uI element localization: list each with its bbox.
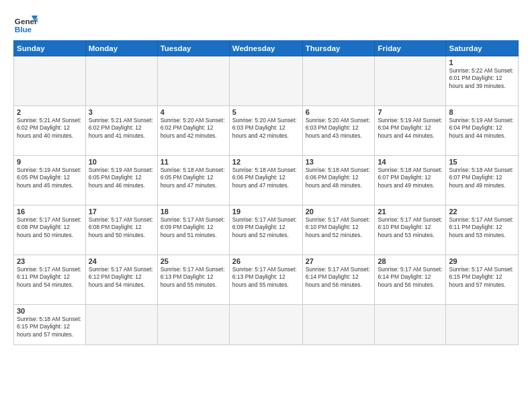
day-number: 26 <box>232 257 300 265</box>
day-number: 3 <box>89 108 154 116</box>
table-row: 6Sunrise: 5:20 AM Sunset: 6:03 PM Daylig… <box>302 106 375 156</box>
table-row: 27Sunrise: 5:17 AM Sunset: 6:14 PM Dayli… <box>302 255 375 305</box>
day-number: 6 <box>306 108 372 116</box>
table-row: 13Sunrise: 5:18 AM Sunset: 6:06 PM Dayli… <box>302 156 375 205</box>
table-row: 3Sunrise: 5:21 AM Sunset: 6:02 PM Daylig… <box>85 106 157 156</box>
day-info: Sunrise: 5:19 AM Sunset: 6:05 PM Dayligh… <box>17 167 83 189</box>
table-row: 17Sunrise: 5:17 AM Sunset: 6:08 PM Dayli… <box>85 205 157 255</box>
day-number: 14 <box>378 158 443 166</box>
table-row: 4Sunrise: 5:20 AM Sunset: 6:02 PM Daylig… <box>157 106 229 156</box>
table-row: 22Sunrise: 5:17 AM Sunset: 6:11 PM Dayli… <box>446 205 519 255</box>
table-row: 2Sunrise: 5:21 AM Sunset: 6:02 PM Daylig… <box>14 106 86 156</box>
day-info: Sunrise: 5:20 AM Sunset: 6:02 PM Dayligh… <box>161 117 226 140</box>
col-saturday: Saturday <box>446 41 519 56</box>
table-row: 16Sunrise: 5:17 AM Sunset: 6:08 PM Dayli… <box>14 205 86 255</box>
day-number: 23 <box>17 257 83 265</box>
day-info: Sunrise: 5:17 AM Sunset: 6:12 PM Dayligh… <box>89 266 154 289</box>
table-row <box>375 305 446 345</box>
table-row: 28Sunrise: 5:17 AM Sunset: 6:14 PM Dayli… <box>375 255 446 305</box>
day-number: 12 <box>232 158 300 166</box>
table-row <box>14 56 86 106</box>
day-number: 20 <box>306 208 372 216</box>
day-info: Sunrise: 5:17 AM Sunset: 6:14 PM Dayligh… <box>306 266 372 289</box>
col-tuesday: Tuesday <box>157 41 229 56</box>
day-info: Sunrise: 5:17 AM Sunset: 6:10 PM Dayligh… <box>306 216 372 239</box>
table-row: 21Sunrise: 5:17 AM Sunset: 6:10 PM Dayli… <box>375 205 446 255</box>
table-row <box>446 305 519 345</box>
day-info: Sunrise: 5:17 AM Sunset: 6:08 PM Dayligh… <box>17 216 83 239</box>
table-row <box>85 56 157 106</box>
day-number: 29 <box>449 257 515 265</box>
calendar-page: General Blue Sunday Monday Tuesday Wedne… <box>0 0 532 411</box>
day-info: Sunrise: 5:18 AM Sunset: 6:15 PM Dayligh… <box>17 316 83 338</box>
table-row: 11Sunrise: 5:18 AM Sunset: 6:05 PM Dayli… <box>157 156 229 205</box>
table-row <box>302 56 375 106</box>
day-number: 9 <box>17 158 83 166</box>
table-row: 23Sunrise: 5:17 AM Sunset: 6:11 PM Dayli… <box>14 255 86 305</box>
table-row: 9Sunrise: 5:19 AM Sunset: 6:05 PM Daylig… <box>14 156 86 205</box>
day-number: 21 <box>378 208 443 216</box>
table-row: 24Sunrise: 5:17 AM Sunset: 6:12 PM Dayli… <box>85 255 157 305</box>
table-row: 12Sunrise: 5:18 AM Sunset: 6:06 PM Dayli… <box>229 156 302 205</box>
day-info: Sunrise: 5:21 AM Sunset: 6:02 PM Dayligh… <box>17 117 83 140</box>
day-info: Sunrise: 5:17 AM Sunset: 6:11 PM Dayligh… <box>449 216 515 239</box>
table-row: 26Sunrise: 5:17 AM Sunset: 6:13 PM Dayli… <box>229 255 302 305</box>
day-number: 25 <box>161 257 226 265</box>
day-number: 15 <box>449 158 515 166</box>
day-info: Sunrise: 5:18 AM Sunset: 6:06 PM Dayligh… <box>232 167 300 189</box>
col-thursday: Thursday <box>302 41 375 56</box>
table-row: 10Sunrise: 5:19 AM Sunset: 6:05 PM Dayli… <box>85 156 157 205</box>
table-row: 29Sunrise: 5:17 AM Sunset: 6:15 PM Dayli… <box>446 255 519 305</box>
day-info: Sunrise: 5:17 AM Sunset: 6:15 PM Dayligh… <box>449 266 515 289</box>
day-info: Sunrise: 5:21 AM Sunset: 6:02 PM Dayligh… <box>89 117 154 140</box>
table-row: 25Sunrise: 5:17 AM Sunset: 6:13 PM Dayli… <box>157 255 229 305</box>
day-info: Sunrise: 5:17 AM Sunset: 6:09 PM Dayligh… <box>232 216 300 239</box>
day-info: Sunrise: 5:17 AM Sunset: 6:13 PM Dayligh… <box>232 266 300 289</box>
day-info: Sunrise: 5:19 AM Sunset: 6:05 PM Dayligh… <box>89 167 154 189</box>
day-number: 28 <box>378 257 443 265</box>
table-row <box>229 305 302 345</box>
day-info: Sunrise: 5:19 AM Sunset: 6:04 PM Dayligh… <box>378 117 443 140</box>
day-info: Sunrise: 5:18 AM Sunset: 6:07 PM Dayligh… <box>378 167 443 189</box>
day-number: 2 <box>17 108 83 116</box>
day-number: 7 <box>378 108 443 116</box>
day-number: 30 <box>17 307 83 315</box>
day-number: 13 <box>306 158 372 166</box>
day-number: 19 <box>232 208 300 216</box>
calendar-header-row: Sunday Monday Tuesday Wednesday Thursday… <box>14 41 519 56</box>
day-info: Sunrise: 5:19 AM Sunset: 6:04 PM Dayligh… <box>449 117 515 140</box>
table-row: 8Sunrise: 5:19 AM Sunset: 6:04 PM Daylig… <box>446 106 519 156</box>
table-row: 7Sunrise: 5:19 AM Sunset: 6:04 PM Daylig… <box>375 106 446 156</box>
col-friday: Friday <box>375 41 446 56</box>
day-number: 11 <box>161 158 226 166</box>
col-sunday: Sunday <box>14 41 86 56</box>
logo-icon: General Blue <box>13 11 38 35</box>
day-number: 18 <box>161 208 226 216</box>
day-number: 1 <box>449 58 515 66</box>
table-row <box>85 305 157 345</box>
day-info: Sunrise: 5:22 AM Sunset: 6:01 PM Dayligh… <box>449 67 515 90</box>
day-number: 16 <box>17 208 83 216</box>
table-row: 15Sunrise: 5:18 AM Sunset: 6:07 PM Dayli… <box>446 156 519 205</box>
table-row <box>229 56 302 106</box>
table-row <box>375 56 446 106</box>
table-row: 5Sunrise: 5:20 AM Sunset: 6:03 PM Daylig… <box>229 106 302 156</box>
day-info: Sunrise: 5:17 AM Sunset: 6:14 PM Dayligh… <box>378 266 443 289</box>
day-info: Sunrise: 5:17 AM Sunset: 6:08 PM Dayligh… <box>89 216 154 239</box>
table-row: 18Sunrise: 5:17 AM Sunset: 6:09 PM Dayli… <box>157 205 229 255</box>
day-info: Sunrise: 5:20 AM Sunset: 6:03 PM Dayligh… <box>306 117 372 140</box>
day-number: 22 <box>449 208 515 216</box>
table-row <box>302 305 375 345</box>
day-number: 5 <box>232 108 300 116</box>
col-monday: Monday <box>85 41 157 56</box>
svg-text:Blue: Blue <box>15 25 32 34</box>
day-info: Sunrise: 5:18 AM Sunset: 6:05 PM Dayligh… <box>161 167 226 189</box>
day-info: Sunrise: 5:18 AM Sunset: 6:07 PM Dayligh… <box>449 167 515 189</box>
table-row <box>157 305 229 345</box>
page-header: General Blue <box>13 11 519 35</box>
table-row <box>157 56 229 106</box>
day-number: 4 <box>161 108 226 116</box>
day-number: 24 <box>89 257 154 265</box>
day-number: 8 <box>449 108 515 116</box>
table-row: 14Sunrise: 5:18 AM Sunset: 6:07 PM Dayli… <box>375 156 446 205</box>
